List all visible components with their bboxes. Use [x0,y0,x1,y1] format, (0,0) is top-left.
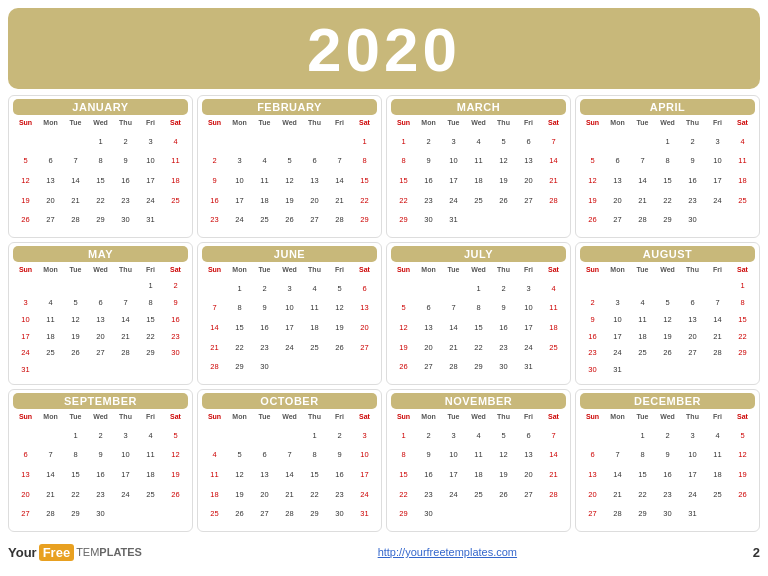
cal-day [655,364,680,381]
cal-day [491,214,516,234]
cal-day: 25 [630,347,655,364]
cal-day: 19 [163,469,188,489]
cal-day: 1 [88,136,113,156]
logo: Your Free TEMPLATES [8,536,142,568]
dow-header: Wed [466,411,491,430]
cal-day: 6 [516,136,541,156]
cal-day: 5 [163,430,188,450]
cal-day: 29 [466,361,491,381]
dow-header: Mon [38,411,63,430]
cal-day: 4 [705,430,730,450]
cal-day: 24 [277,342,302,362]
cal-day: 2 [680,136,705,156]
dow-header: Sun [202,117,227,136]
cal-day: 3 [441,430,466,450]
cal-day: 10 [113,449,138,469]
cal-day: 17 [441,175,466,195]
cal-day: 16 [491,322,516,342]
dow-header: Thu [302,117,327,136]
cal-day [38,136,63,156]
dow-header: Mon [416,117,441,136]
month-name: JANUARY [13,99,188,115]
cal-day: 28 [277,508,302,528]
cal-day: 24 [138,195,163,215]
cal-day: 1 [352,136,377,156]
cal-day [352,361,377,381]
dow-header: Thu [680,264,705,280]
cal-day [705,214,730,234]
cal-day: 13 [13,469,38,489]
cal-day: 7 [38,449,63,469]
dow-header: Sat [541,264,566,283]
dow-header: Fri [138,411,163,430]
cal-day: 5 [227,449,252,469]
cal-day: 9 [202,175,227,195]
cal-day: 17 [680,469,705,489]
cal-day [38,280,63,297]
logo-free-label: Free [43,545,70,560]
month-block-august: AUGUSTSunMonTueWedThuFriSat1234567891011… [575,242,760,385]
cal-day: 21 [541,175,566,195]
cal-day: 6 [516,430,541,450]
cal-day [138,508,163,528]
cal-day: 23 [163,331,188,348]
cal-day: 25 [541,342,566,362]
cal-day: 31 [138,214,163,234]
cal-day: 23 [113,195,138,215]
cal-day: 21 [630,195,655,215]
cal-day: 16 [88,469,113,489]
cal-day: 8 [138,297,163,314]
cal-day: 30 [491,361,516,381]
month-name: SEPTEMBER [13,393,188,409]
cal-day: 5 [491,430,516,450]
cal-day: 10 [705,155,730,175]
cal-day: 26 [63,347,88,364]
cal-day: 22 [63,489,88,509]
cal-day: 7 [441,302,466,322]
cal-day [391,283,416,303]
dow-header: Fri [705,264,730,280]
cal-day: 4 [252,155,277,175]
cal-day [491,508,516,528]
cal-day: 26 [655,347,680,364]
cal-day: 18 [541,322,566,342]
cal-day: 25 [252,214,277,234]
cal-day: 14 [277,469,302,489]
cal-day: 3 [352,430,377,450]
cal-day: 13 [605,175,630,195]
cal-day: 8 [655,155,680,175]
cal-day: 7 [605,449,630,469]
dow-header: Fri [138,264,163,280]
cal-day: 8 [352,155,377,175]
cal-day: 21 [63,195,88,215]
cal-day: 16 [416,175,441,195]
cal-day [541,361,566,381]
cal-day: 26 [580,214,605,234]
cal-day: 2 [88,430,113,450]
cal-day: 31 [516,361,541,381]
cal-day [227,136,252,156]
cal-day: 17 [441,469,466,489]
dow-header: Mon [605,411,630,430]
cal-day [252,136,277,156]
cal-day: 25 [202,508,227,528]
dow-header: Sun [580,411,605,430]
cal-day: 6 [88,297,113,314]
month-block-january: JANUARYSunMonTueWedThuFriSat123456789101… [8,95,193,238]
footer-link[interactable]: http://yourfreetemplates.com [378,546,517,558]
cal-day: 7 [63,155,88,175]
cal-day [277,430,302,450]
dow-header: Sun [202,264,227,283]
cal-day: 14 [327,175,352,195]
dow-header: Sun [13,264,38,280]
cal-day [13,430,38,450]
cal-day: 10 [13,314,38,331]
cal-day: 15 [466,322,491,342]
cal-day: 29 [655,214,680,234]
dow-header: Wed [277,411,302,430]
cal-day: 12 [227,469,252,489]
cal-day: 3 [605,297,630,314]
cal-day: 26 [491,489,516,509]
cal-day: 15 [730,314,755,331]
dow-header: Mon [38,264,63,280]
